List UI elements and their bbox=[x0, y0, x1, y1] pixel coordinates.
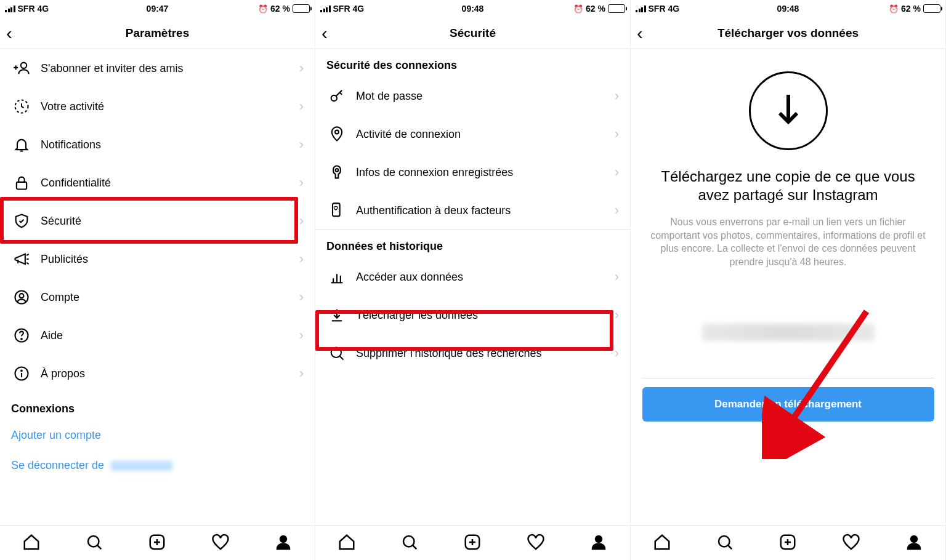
chevron-icon: › bbox=[299, 137, 304, 153]
status-bar: SFR 4G 09:48 ⏰ 62 % bbox=[315, 0, 630, 17]
download-description: Nous vous enverrons par e-mail un lien v… bbox=[642, 215, 934, 268]
signal-icon bbox=[5, 6, 15, 12]
network-label: 4G bbox=[38, 4, 49, 14]
chevron-icon: › bbox=[299, 98, 304, 114]
row-notifications[interactable]: Notifications › bbox=[0, 126, 315, 164]
battery-percent: 62 % bbox=[901, 4, 921, 14]
row-access-data[interactable]: Accéder aux données › bbox=[315, 258, 630, 296]
row-login-activity[interactable]: Activité de connexion › bbox=[315, 115, 630, 153]
row-ads[interactable]: Publicités › bbox=[0, 240, 315, 278]
chevron-icon: › bbox=[299, 213, 304, 229]
back-button[interactable]: ‹ bbox=[6, 23, 12, 44]
row-label: Infos de connexion enregistrées bbox=[356, 166, 615, 179]
chevron-icon: › bbox=[299, 175, 304, 191]
row-help[interactable]: Aide › bbox=[0, 316, 315, 354]
request-download-button[interactable]: Demander un téléchargement bbox=[642, 387, 934, 422]
tab-search[interactable] bbox=[85, 533, 103, 554]
svg-rect-2 bbox=[17, 182, 26, 190]
row-label: À propos bbox=[41, 367, 299, 380]
tab-bar bbox=[315, 526, 630, 560]
back-button[interactable]: ‹ bbox=[321, 23, 328, 44]
back-button[interactable]: ‹ bbox=[637, 23, 643, 44]
row-label: Votre activité bbox=[41, 100, 299, 113]
row-2fa[interactable]: Authentification à deux facteurs › bbox=[315, 191, 630, 230]
tab-search[interactable] bbox=[400, 533, 419, 554]
chevron-icon: › bbox=[615, 88, 619, 104]
chevron-icon: › bbox=[615, 202, 619, 218]
row-label: Sécurité bbox=[41, 215, 299, 228]
phone-shield-icon bbox=[326, 202, 347, 219]
tab-search[interactable] bbox=[716, 533, 734, 554]
network-label: 4G bbox=[353, 4, 365, 14]
blurred-username bbox=[111, 461, 172, 471]
tab-profile[interactable] bbox=[905, 533, 923, 554]
clock: 09:48 bbox=[777, 4, 799, 14]
battery-percent: 62 % bbox=[270, 4, 290, 14]
row-label: Confidentialité bbox=[41, 177, 299, 190]
chevron-icon: › bbox=[615, 126, 619, 142]
section-login-security: Sécurité des connexions bbox=[315, 49, 630, 77]
button-label: Demander un téléchargement bbox=[714, 398, 862, 410]
carrier-label: SFR bbox=[18, 4, 35, 14]
tab-activity[interactable] bbox=[527, 533, 545, 554]
chevron-icon: › bbox=[299, 60, 304, 76]
section-connections: Connexions bbox=[0, 393, 315, 420]
row-label: S'abonner et inviter des amis bbox=[41, 62, 299, 75]
link-logout[interactable]: Se déconnecter de bbox=[0, 450, 315, 481]
row-label: Supprimer l'historique des recherches bbox=[356, 347, 615, 360]
key-icon bbox=[326, 87, 347, 105]
alarm-icon: ⏰ bbox=[573, 4, 583, 14]
nav-header: ‹ Paramètres bbox=[0, 17, 315, 49]
tab-home[interactable] bbox=[653, 533, 671, 554]
row-label: Accéder aux données bbox=[356, 271, 615, 284]
row-saved-login[interactable]: Infos de connexion enregistrées › bbox=[315, 153, 630, 191]
row-activity[interactable]: Votre activité › bbox=[0, 87, 315, 126]
page-title: Sécurité bbox=[450, 26, 496, 40]
screen-download-data: SFR 4G 09:48 ⏰ 62 % ‹ Télécharger vos do… bbox=[631, 0, 946, 560]
row-account[interactable]: Compte › bbox=[0, 278, 315, 316]
megaphone-icon bbox=[11, 250, 32, 268]
row-follow-invite[interactable]: S'abonner et inviter des amis › bbox=[0, 49, 315, 87]
clock: 09:47 bbox=[147, 4, 169, 14]
tab-new[interactable] bbox=[778, 533, 797, 554]
svg-point-0 bbox=[21, 63, 26, 68]
tab-new[interactable] bbox=[463, 533, 482, 554]
svg-point-8 bbox=[21, 370, 22, 372]
svg-point-23 bbox=[911, 536, 917, 542]
svg-point-6 bbox=[21, 338, 22, 340]
keyhole-icon bbox=[326, 164, 347, 181]
status-bar: SFR 4G 09:48 ⏰ 62 % bbox=[631, 0, 945, 17]
tab-profile[interactable] bbox=[589, 533, 608, 554]
clock: 09:48 bbox=[462, 4, 484, 14]
nav-header: ‹ Sécurité bbox=[315, 17, 630, 49]
chevron-icon: › bbox=[615, 269, 619, 285]
download-hero-icon bbox=[749, 71, 828, 150]
row-about[interactable]: À propos › bbox=[0, 354, 315, 393]
row-download-data[interactable]: Télécharger les données › bbox=[315, 296, 630, 334]
row-clear-search[interactable]: Supprimer l'historique des recherches › bbox=[315, 334, 630, 372]
link-add-account[interactable]: Ajouter un compte bbox=[0, 420, 315, 450]
screen-security: SFR 4G 09:48 ⏰ 62 % ‹ Sécurité Sécurité … bbox=[315, 0, 631, 560]
tab-activity[interactable] bbox=[211, 533, 230, 554]
svg-point-11 bbox=[280, 536, 286, 542]
svg-point-13 bbox=[335, 130, 339, 134]
tab-home[interactable] bbox=[338, 533, 356, 554]
tab-profile[interactable] bbox=[274, 533, 293, 554]
alarm-icon: ⏰ bbox=[258, 4, 268, 14]
row-label: Activité de connexion bbox=[356, 128, 615, 141]
svg-point-16 bbox=[331, 348, 341, 358]
bar-chart-icon bbox=[326, 268, 347, 286]
nav-header: ‹ Télécharger vos données bbox=[631, 17, 945, 49]
row-security[interactable]: Sécurité › bbox=[0, 202, 315, 240]
tab-home[interactable] bbox=[22, 533, 41, 554]
svg-point-14 bbox=[336, 169, 339, 172]
page-title: Télécharger vos données bbox=[718, 26, 859, 40]
svg-point-12 bbox=[331, 95, 337, 101]
search-icon bbox=[326, 345, 347, 362]
tab-new[interactable] bbox=[148, 533, 166, 554]
tab-activity[interactable] bbox=[842, 533, 860, 554]
row-privacy[interactable]: Confidentialité › bbox=[0, 164, 315, 202]
pin-icon bbox=[326, 126, 347, 143]
divider bbox=[642, 378, 934, 378]
row-password[interactable]: Mot de passe › bbox=[315, 77, 630, 115]
